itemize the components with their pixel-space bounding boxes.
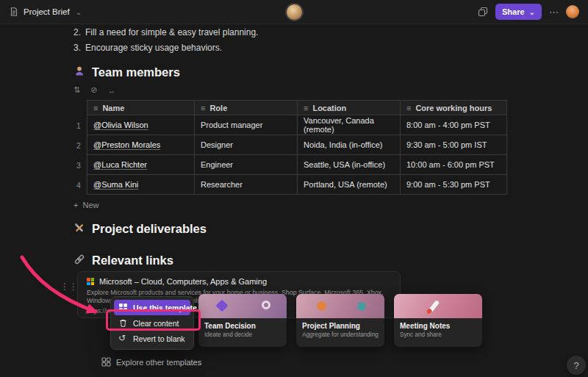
row-number: 4 [74, 175, 87, 195]
explore-other-templates-button[interactable]: Explore other templates [101, 357, 201, 367]
template-thumbnail [296, 294, 384, 318]
share-button-label: Share [502, 7, 525, 16]
block-drag-handle-icon[interactable]: ⋮⋮ [60, 281, 78, 292]
column-header-label: Role [209, 104, 227, 112]
table-toolbar: ⇅ ⊘ ↔ [74, 85, 507, 96]
team-members-icon [74, 65, 85, 80]
link-icon [74, 254, 85, 268]
text-property-icon: ≡ [304, 104, 308, 112]
person-mention[interactable]: @Preston Morales [93, 140, 160, 149]
explore-templates-label: Explore other templates [116, 358, 201, 367]
plus-icon: + [74, 201, 78, 209]
template-card-title: Meeting Notes [400, 322, 476, 330]
app-window: Project Brief ⌄ Share ⌄ ⋯ 2. Fill a need… [0, 0, 588, 377]
person-mention[interactable]: @Olivia Wilson [93, 121, 148, 129]
cell-location[interactable]: Portland, USA (remote) [298, 175, 401, 195]
revert-icon: ↺ [118, 334, 128, 343]
resize-columns-icon[interactable]: ↔ [107, 86, 115, 95]
column-header-role[interactable]: ≡Role [195, 100, 298, 115]
menu-item-clear-content[interactable]: Clear content [114, 315, 190, 331]
menu-item-label: Use this template [133, 304, 197, 312]
template-card-subtitle: Ideate and decide [204, 331, 281, 338]
chevron-down-icon[interactable]: ⌄ [76, 8, 82, 16]
cell-hours[interactable]: 9:00 am - 5:30 pm PST [401, 175, 507, 195]
list-item-number: 2. [74, 27, 85, 37]
row-number-header [74, 100, 87, 115]
cell-role[interactable]: Designer [195, 135, 298, 155]
workspace-avatar[interactable] [285, 3, 304, 21]
template-context-menu: Use this template Clear content ↺ Revert… [110, 296, 194, 350]
column-header-location[interactable]: ≡Location [298, 100, 401, 115]
templates-grid-icon [101, 357, 111, 367]
section-title: Project deliverables [92, 222, 207, 236]
list-item-text: Encourage sticky usage behaviors. [85, 43, 222, 53]
section-heading-deliverables: Project deliverables [74, 220, 507, 237]
breadcrumb-page-title[interactable]: Project Brief [24, 7, 70, 16]
template-card-title: Team Decision [204, 322, 281, 330]
list-item-text: Fill a need for simple & easy travel pla… [85, 27, 258, 37]
cell-name[interactable]: @Olivia Wilson [87, 115, 195, 135]
menu-item-use-this-template[interactable]: Use this template [114, 300, 190, 315]
template-card-project-planning[interactable]: Project Planning Aggregate for understan… [296, 294, 384, 347]
template-card-subtitle: Aggregate for understanding an... [302, 331, 379, 338]
bookmark-title: Microsoft – Cloud, Computers, Apps & Gam… [99, 277, 267, 286]
column-header-label: Core working hours [415, 104, 492, 112]
cell-role[interactable]: Engineer [195, 155, 298, 175]
user-avatar[interactable] [566, 5, 579, 18]
document-body: 2. Fill a need for simple & easy travel … [0, 24, 588, 318]
text-property-icon: ≡ [406, 104, 411, 112]
cell-location[interactable]: Seattle, USA (in-office) [298, 155, 401, 175]
table-row: 1 @Olivia Wilson Product manager Vancouv… [74, 115, 507, 135]
team-table: ≡Name ≡Role ≡Location ≡Core working hour… [74, 100, 507, 195]
cell-location[interactable]: Vancouver, Canada (remote) [298, 115, 401, 135]
section-heading-relevant-links: Relevant links [74, 252, 507, 269]
cell-hours[interactable]: 9:30 am - 5:00 pm IST [401, 135, 507, 155]
section-title: Relevant links [92, 254, 173, 268]
column-header-name[interactable]: ≡Name [87, 100, 195, 115]
template-thumbnail [198, 294, 287, 318]
menu-item-revert-to-blank[interactable]: ↺ Revert to blank [114, 331, 190, 346]
section-heading-team-members: Team members [74, 64, 507, 81]
cell-role[interactable]: Product manager [195, 115, 298, 135]
share-chevron-icon: ⌄ [529, 8, 535, 16]
list-item-number: 3. [74, 43, 85, 53]
cell-name[interactable]: @Suma Kini [87, 175, 195, 195]
menu-item-label: Clear content [133, 319, 179, 328]
text-property-icon: ≡ [93, 104, 98, 112]
menu-item-label: Revert to blank [133, 334, 185, 343]
table-row: 4 @Suma Kini Researcher Portland, USA (r… [74, 175, 507, 195]
template-card-meeting-notes[interactable]: Meeting Notes Sync and share [394, 294, 482, 347]
help-button[interactable]: ? [567, 356, 586, 375]
column-header-hours[interactable]: ≡Core working hours [401, 100, 507, 115]
cell-role[interactable]: Researcher [195, 175, 298, 195]
cell-hours[interactable]: 8:00 am - 4:00 pm PST [401, 115, 507, 135]
list-item[interactable]: 3. Encourage sticky usage behaviors. [74, 40, 507, 55]
table-header-row: ≡Name ≡Role ≡Location ≡Core working hour… [74, 100, 507, 115]
template-card-title: Project Planning [302, 322, 379, 330]
tools-icon [74, 222, 85, 237]
table-new-row-button[interactable]: + New [74, 199, 507, 211]
template-card-subtitle: Sync and share [400, 331, 476, 338]
template-card-team-decision[interactable]: Team Decision Ideate and decide [198, 294, 287, 347]
hide-properties-icon[interactable]: ⊘ [90, 85, 97, 95]
list-item[interactable]: 2. Fill a need for simple & easy travel … [74, 24, 507, 40]
cell-name[interactable]: @Preston Morales [87, 135, 195, 155]
person-mention[interactable]: @Suma Kini [93, 180, 138, 189]
microsoft-favicon [87, 278, 94, 285]
more-options-icon[interactable]: ⋯ [549, 7, 559, 18]
section-title: Team members [92, 65, 180, 79]
share-button[interactable]: Share ⌄ [495, 4, 542, 20]
duplicate-icon[interactable] [478, 7, 488, 17]
new-row-label: New [82, 201, 98, 209]
cell-location[interactable]: Noida, India (in-office) [298, 135, 401, 155]
template-thumbnail [394, 294, 482, 318]
row-number: 1 [74, 115, 87, 135]
table-row: 2 @Preston Morales Designer Noida, India… [74, 135, 507, 155]
table-row: 3 @Luca Richter Engineer Seattle, USA (i… [74, 155, 507, 175]
cell-hours[interactable]: 10:00 am - 6:00 pm PST [401, 155, 507, 175]
row-number: 2 [74, 135, 87, 155]
sort-icon[interactable]: ⇅ [74, 85, 80, 95]
column-header-label: Name [102, 104, 124, 112]
cell-name[interactable]: @Luca Richter [87, 155, 195, 175]
person-mention[interactable]: @Luca Richter [93, 160, 147, 169]
